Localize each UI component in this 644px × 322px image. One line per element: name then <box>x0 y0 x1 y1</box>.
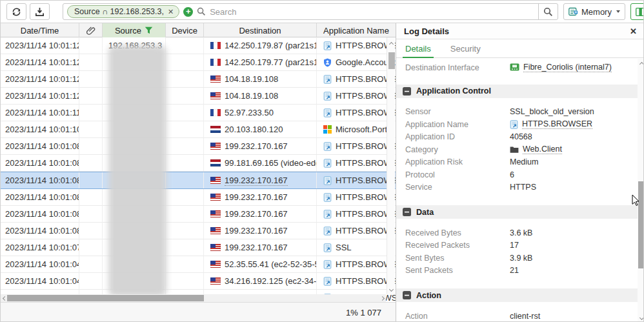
table-row[interactable]: 2023/11/14 10:01:1152.97.233.50HTTPS.BRO… <box>1 105 396 121</box>
cell-device <box>166 37 204 54</box>
cell-application: Microsoft.Porta <box>317 121 396 137</box>
table-row[interactable]: 2023/11/14 10:01:12104.18.19.108HTTPS.BR… <box>1 88 396 105</box>
log-viewer-window: Source ∩ 192.168.253.3, ✕ + Search Memor… <box>0 0 644 322</box>
table-row[interactable]: 2023/11/14 10:01:1020.103.180.120Microso… <box>1 121 396 138</box>
microsoft-icon <box>323 125 332 134</box>
app-page-icon <box>323 92 332 101</box>
table-row[interactable]: 2023/11/14 10:01:08199.232.170.167HTTPS.… <box>1 172 396 189</box>
cell-device <box>166 155 204 171</box>
field-value-text[interactable]: Web.Client <box>523 145 562 154</box>
table-row[interactable]: 2023/11/14 10:01:0452.35.55.41 (ec2-52-3… <box>1 256 396 273</box>
cell-source <box>103 88 166 104</box>
field-value-text[interactable]: HTTPS.BROWSER <box>522 119 592 129</box>
field-value: HTTPS <box>510 183 536 192</box>
field-value: Medium <box>510 157 538 166</box>
flag-fr-icon <box>210 59 221 66</box>
scroll-down-icon[interactable] <box>387 285 395 293</box>
cell-application: HTTPS.BROWS <box>317 155 396 171</box>
table-row[interactable]: 2023/11/14 10:01:08199.232.170.167HTTPS.… <box>1 189 396 206</box>
refresh-icon <box>12 7 21 17</box>
search-box[interactable]: Source ∩ 192.168.253.3, ✕ + Search <box>63 3 558 20</box>
field-value: 6 <box>510 170 514 179</box>
detail-field-application-name: Application NameHTTPS.BROWSER <box>396 118 638 131</box>
flag-fr-icon <box>210 42 221 49</box>
column-header-attachment[interactable] <box>79 23 103 37</box>
cell-datetime: 2023/11/14 10:01:08 <box>1 155 79 171</box>
field-value[interactable]: Fibre_Coriolis (internal7) <box>510 63 612 72</box>
scroll-right-icon[interactable] <box>378 294 386 302</box>
table-vertical-scrollbar[interactable] <box>387 37 395 294</box>
section-action[interactable]: Action <box>396 288 638 302</box>
column-header-datetime[interactable]: Date/Time <box>1 23 79 37</box>
tab-security[interactable]: Security <box>449 39 482 57</box>
log-source-dropdown[interactable]: Memory <box>563 3 625 20</box>
table-row[interactable]: 2023/11/14 10:01:12104.18.19.108HTTPS.BR… <box>1 71 396 88</box>
table-row[interactable]: 2023/11/14 10:01:08199.232.170.167HTTPS.… <box>1 206 396 223</box>
destination-value: 199.232.170.167 <box>225 243 288 252</box>
field-value-text[interactable]: Fibre_Coriolis (internal7) <box>523 63 612 72</box>
cell-application: HTTPS.BROWS <box>317 206 396 222</box>
field-value[interactable]: HTTPS.BROWSER <box>510 119 592 129</box>
cell-source: 192.168.253.3 <box>103 37 166 54</box>
scroll-up-icon[interactable] <box>387 40 395 48</box>
table-row[interactable]: 2023/11/14 10:01:12192.168.253.3142.250.… <box>1 37 396 54</box>
tab-details[interactable]: Details <box>404 39 432 57</box>
section-application-control[interactable]: Application Control <box>396 85 638 98</box>
table-row[interactable]: 2023/11/14 10:01:0899.181.69.165 (video-… <box>1 155 396 172</box>
cell-application: SSL <box>317 239 396 256</box>
field-value[interactable]: Web.Client <box>510 145 562 154</box>
table-horizontal-scrollbar[interactable] <box>1 294 386 302</box>
filter-pill-remove-icon[interactable]: ✕ <box>168 8 174 15</box>
panel-scroll-down-icon[interactable] <box>638 314 644 321</box>
column-header-source[interactable]: Source <box>103 23 166 37</box>
app-page-icon <box>323 108 332 117</box>
panel-vertical-scrollbar[interactable] <box>638 59 644 322</box>
column-header-destination[interactable]: Destination <box>204 23 317 37</box>
destination-value[interactable]: 199.232.170.167 <box>225 176 288 186</box>
table-hscroll-thumb[interactable] <box>7 295 204 301</box>
cell-attachment <box>79 273 103 289</box>
app-page-icon <box>323 75 332 84</box>
close-icon[interactable]: ✕ <box>630 26 637 36</box>
table-row[interactable]: 2023/11/14 10:01:07199.232.170.167SSL <box>1 239 396 256</box>
table-vscroll-thumb[interactable] <box>388 52 395 69</box>
table-row[interactable]: 2023/11/14 10:01:12142.250.179.77 (par21… <box>1 54 396 71</box>
log-progress-count: 1% 1 077 <box>346 308 381 317</box>
panel-scroll-up-icon[interactable] <box>638 60 644 68</box>
column-header-device[interactable]: Device <box>166 23 204 37</box>
details-toggle-button[interactable]: Details <box>630 3 644 20</box>
log-table: Date/TimeSourceDeviceDestinationApplicat… <box>1 23 396 322</box>
field-value-text: 3.6 kB <box>510 228 532 237</box>
cell-application: HTTPS.BROWS <box>317 223 396 239</box>
field-label: Sent Bytes <box>405 254 510 263</box>
field-value-text: 40568 <box>510 132 532 141</box>
search-placeholder[interactable]: Search <box>210 7 236 17</box>
flag-us-icon <box>210 244 221 251</box>
cell-attachment <box>79 54 103 70</box>
section-fields: Received Bytes3.6 kBReceived Packets17Se… <box>396 219 638 277</box>
destination-value: 104.18.19.108 <box>225 91 278 101</box>
cell-device <box>166 121 204 137</box>
cell-attachment <box>79 71 103 87</box>
flag-us-icon <box>210 75 221 83</box>
minus-square-icon <box>403 208 411 216</box>
download-button[interactable] <box>30 3 50 20</box>
cell-attachment <box>79 189 103 205</box>
table-body: 2023/11/14 10:01:12192.168.253.3142.250.… <box>1 37 396 302</box>
column-header-application[interactable]: Application Name <box>317 23 396 37</box>
add-filter-icon[interactable]: + <box>183 7 193 17</box>
table-row[interactable]: 2023/11/14 10:01:08199.232.170.167HTTPS.… <box>1 138 396 155</box>
cell-device <box>166 223 204 239</box>
refresh-button[interactable] <box>6 3 26 20</box>
section-data[interactable]: Data <box>396 205 638 219</box>
field-value: 21 <box>510 266 519 275</box>
filter-pill[interactable]: Source ∩ 192.168.253.3, ✕ <box>67 5 179 18</box>
column-header-label: Source <box>115 26 141 35</box>
table-row[interactable]: 2023/11/14 10:01:08199.232.170.167HTTPS.… <box>1 223 396 239</box>
search-submit-button[interactable] <box>538 4 558 19</box>
panel-vscroll-thumb[interactable] <box>638 181 644 268</box>
cell-datetime: 2023/11/14 10:01:12 <box>1 71 79 87</box>
datetime-value: 2023/11/14 10:01:08 <box>5 226 79 236</box>
table-row[interactable]: 2023/11/14 10:01:0434.216.192.125 (ec2-3… <box>1 273 396 290</box>
cell-application: HTTPS.BROWS <box>317 105 396 121</box>
